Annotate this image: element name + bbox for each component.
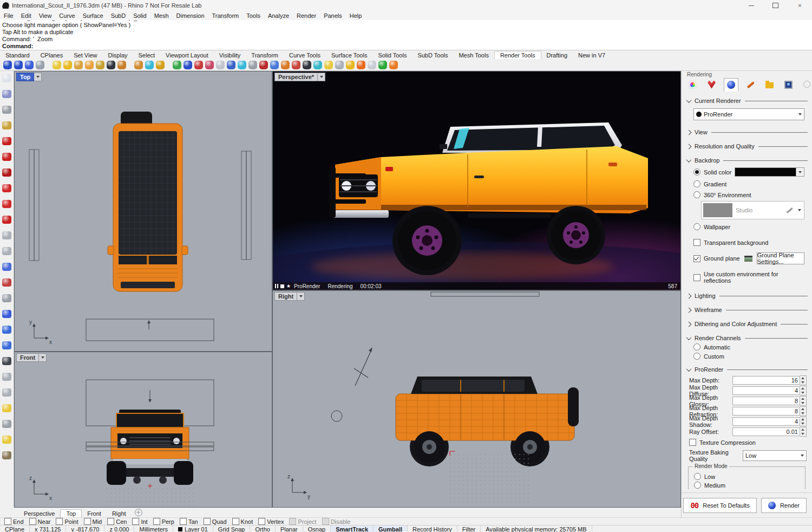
- spinner[interactable]: [800, 417, 807, 426]
- menu-item[interactable]: Curve: [55, 12, 78, 19]
- viewport-front-label[interactable]: Front: [16, 353, 47, 362]
- backdrop-color-swatch[interactable]: [735, 167, 804, 177]
- material-book-icon[interactable]: [259, 61, 268, 69]
- ground-plane-checkbox[interactable]: Ground plane Ground Plane Settings...: [693, 252, 804, 264]
- osnap-checkbox[interactable]: Perp: [153, 518, 174, 525]
- status-item[interactable]: y -817.670: [66, 525, 104, 532]
- viewport-tab[interactable]: Right: [107, 510, 132, 517]
- viewport-top-label[interactable]: Top: [16, 73, 42, 81]
- record-icon[interactable]: [389, 61, 398, 69]
- toolbar-icon[interactable]: [128, 61, 132, 69]
- pyramid-icon[interactable]: [2, 357, 11, 365]
- car-side-icon[interactable]: [2, 184, 11, 192]
- menu-item[interactable]: Transform: [208, 12, 243, 19]
- directional-light-icon[interactable]: [74, 61, 83, 69]
- plane-gray-icon[interactable]: [2, 294, 11, 302]
- boat2-icon[interactable]: [2, 341, 11, 349]
- osnap-checkbox[interactable]: Point: [56, 518, 78, 525]
- section-current-renderer[interactable]: Current Renderer: [687, 98, 808, 104]
- toolbar-tab[interactable]: Curve Tools: [284, 51, 326, 59]
- render-preview-icon[interactable]: [14, 61, 23, 69]
- lightbulb-icon[interactable]: [324, 61, 333, 69]
- light-arrows-icon[interactable]: [117, 61, 126, 69]
- toolbar-tab[interactable]: CPlanes: [35, 51, 69, 59]
- menu-item[interactable]: File: [0, 12, 17, 19]
- osnap-checkbox[interactable]: Quad: [204, 518, 227, 525]
- viewport-perspective-label[interactable]: Perspective*: [274, 73, 325, 81]
- menu-item[interactable]: Analyze: [264, 12, 293, 19]
- minimize-button[interactable]: [739, 0, 763, 11]
- toolbar-tab[interactable]: Transform: [246, 51, 284, 59]
- tab-render-icon[interactable]: [724, 78, 738, 92]
- menu-item[interactable]: View: [35, 12, 56, 19]
- section-resolution[interactable]: Resolution and Quality: [687, 143, 808, 150]
- viewport-menu-icon[interactable]: [34, 73, 42, 81]
- environment-radio[interactable]: 360° Environment: [693, 191, 804, 198]
- menu-item[interactable]: Surface: [79, 12, 107, 19]
- current-renderer-select[interactable]: ProRender: [693, 108, 804, 120]
- viewport-tab[interactable]: Perspective: [18, 510, 60, 517]
- viewport-perspective[interactable]: Perspective*: [272, 71, 681, 290]
- menu-item[interactable]: Dimension: [173, 12, 208, 19]
- spinner[interactable]: [800, 427, 807, 437]
- plane-blue-icon[interactable]: [2, 310, 11, 318]
- viewport-frame-icon[interactable]: [368, 61, 376, 69]
- toolbar-tab[interactable]: Select: [133, 51, 161, 59]
- tab-folder-icon[interactable]: [763, 79, 776, 91]
- status-item[interactable]: Millimeters: [134, 525, 173, 532]
- transparent-background-checkbox[interactable]: Transparent background: [693, 239, 804, 246]
- menu-item[interactable]: Help: [346, 12, 366, 19]
- car-side2-icon[interactable]: [2, 200, 11, 208]
- paint-icon[interactable]: [292, 61, 300, 69]
- tab-photo-icon[interactable]: [782, 79, 795, 91]
- menu-item[interactable]: SubD: [107, 12, 130, 19]
- toolbar-icon[interactable]: [47, 61, 50, 69]
- osnap-checkbox[interactable]: Near: [29, 518, 51, 525]
- viewport-tab[interactable]: Front: [82, 510, 107, 517]
- flag-arrow-icon[interactable]: [134, 61, 143, 69]
- add-viewport-icon[interactable]: [135, 509, 142, 516]
- spotlight-icon[interactable]: [53, 61, 61, 69]
- osnap-checkbox[interactable]: Knot: [232, 518, 253, 525]
- menu-item[interactable]: Render: [293, 12, 320, 19]
- rectangular-light-icon[interactable]: [85, 61, 94, 69]
- spinner[interactable]: [800, 386, 807, 395]
- toolbar-icon[interactable]: [167, 61, 171, 69]
- zoom-rect-icon[interactable]: [2, 388, 11, 397]
- folder-icon[interactable]: [346, 61, 355, 69]
- viewport-menu-icon[interactable]: [318, 73, 325, 81]
- osnap-checkbox[interactable]: Tan: [180, 518, 198, 525]
- render-mode-radio[interactable]: Medium: [694, 482, 800, 489]
- clock-icon[interactable]: [216, 61, 225, 69]
- command-history[interactable]: Choose light manager option ( ShowPanel=…: [0, 20, 812, 42]
- custom-environment-checkbox[interactable]: Use custom environment for reflections: [693, 271, 804, 284]
- number-input[interactable]: 4: [732, 386, 800, 395]
- status-item[interactable]: z 0.000: [104, 525, 134, 532]
- starburst-icon[interactable]: [357, 61, 365, 69]
- status-item[interactable]: x 731.125: [30, 525, 66, 532]
- stop-icon[interactable]: [280, 284, 284, 288]
- render-window-icon[interactable]: [25, 61, 34, 69]
- pointer-icon[interactable]: [2, 74, 11, 82]
- boat-icon[interactable]: [2, 326, 11, 334]
- osnap-checkbox[interactable]: End: [4, 518, 24, 525]
- bulb-zoom-icon[interactable]: [2, 404, 11, 412]
- material-green-icon[interactable]: [173, 61, 181, 69]
- status-item[interactable]: Grid Snap: [213, 525, 251, 532]
- toolbar-tab[interactable]: Render Tools: [494, 51, 541, 59]
- toolbar-tab[interactable]: Display: [102, 51, 133, 59]
- command-input[interactable]: Command:: [0, 42, 812, 50]
- section-lighting[interactable]: Lighting: [687, 293, 808, 299]
- sphere-orange-icon[interactable]: [281, 61, 290, 69]
- number-input[interactable]: 16: [732, 376, 800, 385]
- maximize-button[interactable]: [763, 0, 788, 11]
- section-prorender[interactable]: ProRender: [687, 366, 808, 373]
- osnap-checkbox[interactable]: Vertex: [258, 518, 284, 525]
- sphere-blue-icon[interactable]: [270, 61, 279, 69]
- reset-to-defaults-button[interactable]: 00 Reset To Defaults: [683, 498, 756, 513]
- texture-baking-select[interactable]: Low: [743, 450, 807, 461]
- toolbar-tab[interactable]: Set View: [68, 51, 102, 59]
- toolbar-tab[interactable]: Surface Tools: [326, 51, 372, 59]
- truck-yellow-icon[interactable]: [2, 121, 11, 129]
- viewport-right-label[interactable]: Right: [274, 292, 305, 301]
